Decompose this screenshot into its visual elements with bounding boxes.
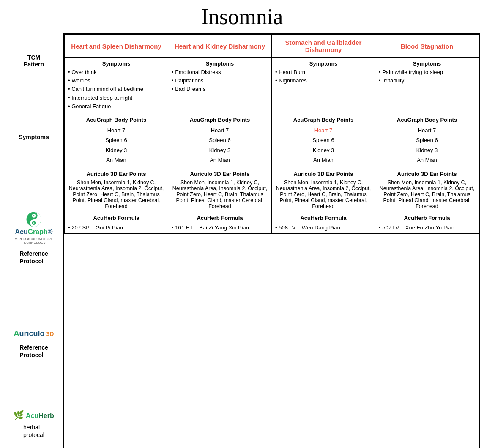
ear-points-text: Shen Men, Insomnia 1, Kidney C, Neurasth… — [275, 180, 372, 209]
herbal-item: 508 LV – Wen Dang Pian — [275, 224, 372, 231]
main-table-wrapper: Heart and Spleen Disharmony Heart and Ki… — [63, 33, 480, 448]
reference-protocol-label-1: Reference Protocol — [19, 250, 48, 265]
col3-body-points: AcuGraph Body Points Heart 7 Spleen 6 Ki… — [272, 114, 375, 168]
col1-herbal: AcuHerb Formula 207 SP – Gui Pi Pian — [65, 212, 168, 233]
left-labels: TCM Pattern Symptoms AcuGraph® — [4, 33, 63, 448]
col2-ear-points: Auriculo 3D Ear Points Shen Men, Insomni… — [168, 168, 272, 212]
col3-herbal: AcuHerb Formula 508 LV – Wen Dang Pian — [272, 212, 375, 233]
tcm-pattern-label: TCM Pattern — [4, 33, 63, 88]
col4-body-points: AcuGraph Body Points Heart 7 Spleen 6 Ki… — [375, 114, 479, 168]
acugraph-logo-text: AcuGraph® — [15, 229, 52, 235]
list-item: Emotional Distress — [172, 68, 268, 76]
ear-points-text: Shen Men, Insomnia 1, Kidney C, Neurasth… — [379, 180, 475, 209]
col4-symptoms-list: Pain while trying to sleep Irritability — [379, 68, 475, 85]
col1-body-points: AcuGraph Body Points Heart 7 Spleen 6 Ki… — [65, 114, 168, 168]
col1-header: Heart and Spleen Disharmony — [65, 35, 168, 58]
acugraph-subtext: MIRIDA ACUPUNCTURE TECHNOLOGY — [6, 237, 62, 245]
col4-herbal: AcuHerb Formula 507 LV – Xue Fu Zhu Yu P… — [375, 212, 479, 233]
list-item: Kidney 3 — [68, 145, 164, 155]
list-item: Can't turn mind off at bedtime — [68, 85, 164, 93]
col2-body-points: AcuGraph Body Points Heart 7 Spleen 6 Ki… — [168, 114, 272, 168]
auriculo-label: Auriculo 3D Reference Protocol — [4, 291, 63, 397]
acuherb-logo-text: 🌿 AcuHerb — [14, 410, 54, 420]
acugraph-logo: AcuGraph® MIRIDA ACUPUNCTURE TECHNOLOGY … — [6, 212, 62, 265]
symptoms-label: Symptoms — [4, 88, 63, 186]
acuherb-logo: 🌿 AcuHerb herbal protocal — [14, 410, 54, 439]
herbal-row: AcuHerb Formula 207 SP – Gui Pi Pian Acu… — [65, 212, 479, 233]
list-item: Kidney 3 — [379, 145, 475, 155]
col4-ear-points: Auriculo 3D Ear Points Shen Men, Insomni… — [375, 168, 479, 212]
col2-symptoms: Symptoms Emotional Distress Palpitations… — [168, 58, 272, 114]
header-row: Heart and Spleen Disharmony Heart and Ki… — [65, 35, 479, 58]
col1-symptoms-list: Over think Worries Can't turn mind off a… — [68, 68, 164, 110]
list-item: Heart 7 — [379, 126, 475, 135]
list-item: Heart 7 — [275, 126, 372, 135]
col4-symptoms: Symptoms Pain while trying to sleep Irri… — [375, 58, 479, 114]
herbal-item: 507 LV – Xue Fu Zhu Yu Pian — [379, 224, 475, 231]
list-item: Kidney 3 — [172, 145, 268, 155]
list-item: An Mian — [68, 155, 164, 165]
svg-point-3 — [33, 215, 35, 216]
col1-symptoms: Symptoms Over think Worries Can't turn m… — [65, 58, 168, 114]
main-table: Heart and Spleen Disharmony Heart and Ki… — [64, 34, 479, 234]
body-points-row: AcuGraph Body Points Heart 7 Spleen 6 Ki… — [65, 114, 479, 168]
ear-points-row: Auriculo 3D Ear Points Shen Men, Insomni… — [65, 168, 479, 212]
col1-ear-points: Auriculo 3D Ear Points Shen Men, Insomni… — [65, 168, 168, 212]
list-item: Interrupted sleep at night — [68, 94, 164, 102]
list-item: Spleen 6 — [68, 135, 164, 145]
main-container: TCM Pattern Symptoms AcuGraph® — [4, 33, 480, 448]
col3-symptoms: Symptoms Heart Burn Nightmares — [272, 58, 375, 114]
list-item: Spleen 6 — [275, 135, 372, 145]
list-item: General Fatigue — [68, 103, 164, 110]
list-item: An Mian — [379, 155, 475, 165]
page-title: Insomnia — [4, 4, 480, 29]
reference-protocol-label-2: Reference Protocol — [19, 344, 48, 359]
col3-symptoms-list: Heart Burn Nightmares — [275, 68, 372, 85]
list-item: Bad Dreams — [172, 85, 268, 93]
list-item: An Mian — [275, 155, 372, 165]
herbal-item: 101 HT – Bai Zi Yang Xin Pian — [172, 224, 268, 231]
acugraph-label: AcuGraph® MIRIDA ACUPUNCTURE TECHNOLOGY … — [4, 186, 63, 291]
list-item: Over think — [68, 68, 164, 76]
ear-points-text: Shen Men, Insomnia 1, Kidney C, Neurasth… — [172, 180, 268, 209]
list-item: Spleen 6 — [379, 135, 475, 145]
list-item: Spleen 6 — [172, 135, 268, 145]
list-item: Pain while trying to sleep — [379, 68, 475, 76]
list-item: Irritability — [379, 77, 475, 85]
col3-header: Stomach and Gallbladder Disharmony — [272, 35, 375, 58]
symptoms-row: Symptoms Over think Worries Can't turn m… — [65, 58, 479, 114]
col4-header: Blood Stagnation — [375, 35, 479, 58]
col2-symptoms-list: Emotional Distress Palpitations Bad Drea… — [172, 68, 268, 93]
yin-yang-icon — [26, 212, 41, 227]
list-item: Heart Burn — [275, 68, 372, 76]
list-item: An Mian — [172, 155, 268, 165]
list-item: Palpitations — [172, 77, 268, 85]
col3-ear-points: Auriculo 3D Ear Points Shen Men, Insomni… — [272, 168, 375, 212]
list-item: Worries — [68, 77, 164, 85]
list-item: Heart 7 — [172, 126, 268, 135]
list-item: Nightmares — [275, 77, 372, 85]
svg-point-4 — [33, 222, 35, 224]
acuherb-label: 🌿 AcuHerb herbal protocal — [4, 397, 63, 448]
list-item: Kidney 3 — [275, 145, 372, 155]
ear-points-text: Shen Men, Insomnia 1, Kidney C, Neurasth… — [68, 180, 164, 209]
auriculo-logo: Auriculo 3D Reference Protocol — [14, 329, 54, 359]
list-item: Heart 7 — [68, 126, 164, 135]
col2-herbal: AcuHerb Formula 101 HT – Bai Zi Yang Xin… — [168, 212, 272, 233]
col2-header: Heart and Kidney Disharmony — [168, 35, 272, 58]
herbal-item: 207 SP – Gui Pi Pian — [68, 224, 164, 231]
herbal-protocol-label: herbal protocal — [23, 423, 44, 439]
auriculo-logo-text: Auriculo 3D — [14, 329, 54, 339]
